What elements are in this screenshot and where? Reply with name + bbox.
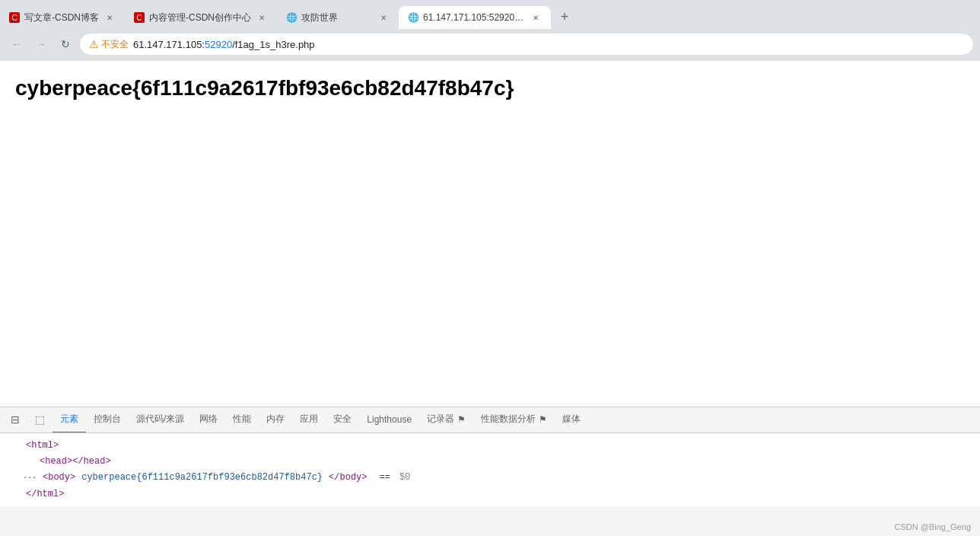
devtools-panel: ⊟ ⬚ 元素 控制台 源代码/来源 网络 性能 内存 应用 安全 Lightho xyxy=(0,407,980,536)
dt-tab-console-label: 控制台 xyxy=(94,413,121,426)
tab-bar: C 写文章-CSDN博客 ✕ C 内容管理-CSDN创作中心 ✕ 🌐 攻防世界 … xyxy=(0,0,980,29)
address-url: 61.147.171.105:52920/f1ag_1s_h3re.php xyxy=(133,39,964,50)
tab-1-favicon: C xyxy=(9,12,20,23)
responsive-icon: ⊟ xyxy=(11,413,20,426)
url-prefix: 61.147.171.105: xyxy=(133,39,205,50)
dt-tab-application[interactable]: 应用 xyxy=(292,407,326,433)
reload-button[interactable]: ↻ xyxy=(55,34,76,55)
dt-tab-source-label: 源代码/来源 xyxy=(136,413,184,426)
tab-4-close[interactable]: ✕ xyxy=(530,11,542,24)
forward-button[interactable]: → xyxy=(30,34,52,55)
body-content: cyberpeace{6f111c9a2617fbf93e6cb82d47f8b… xyxy=(81,471,323,485)
security-warning: ⚠ 不安全 xyxy=(89,38,129,51)
tab-4-favicon: 🌐 xyxy=(408,12,418,23)
dt-tab-inspect[interactable]: ⬚ xyxy=(27,407,52,433)
tab-1-close[interactable]: ✕ xyxy=(103,11,116,24)
dt-tab-recorder[interactable]: 记录器 ⚑ xyxy=(419,407,473,433)
dt-tab-media-label: 媒体 xyxy=(562,413,581,426)
perf-insights-icon: ⚑ xyxy=(539,414,547,425)
inspect-icon: ⬚ xyxy=(35,413,45,426)
dt-tab-network[interactable]: 网络 xyxy=(192,407,225,433)
svg-text:C: C xyxy=(136,14,142,22)
dt-tab-lighthouse[interactable]: Lighthouse xyxy=(359,407,419,433)
dt-tab-elements[interactable]: 元素 xyxy=(52,407,86,433)
tab-2[interactable]: C 内容管理-CSDN创作中心 ✕ xyxy=(125,6,277,29)
dt-tab-lighthouse-label: Lighthouse xyxy=(367,414,412,425)
tab-3-favicon: 🌐 xyxy=(286,12,297,23)
page-content: cyberpeace{6f111c9a2617fbf93e6cb82d47f8b… xyxy=(0,61,980,407)
back-button[interactable]: ← xyxy=(6,34,27,55)
dollar-sign: $0 xyxy=(399,471,410,485)
address-input-wrap[interactable]: ⚠ 不安全 61.147.171.105:52920/f1ag_1s_h3re.… xyxy=(79,33,974,56)
equals-sign: == xyxy=(380,471,390,485)
flag-text: cyberpeace{6f111c9a2617fbf93e6cb82d47f8b… xyxy=(15,76,965,100)
footer-watermark: CSDN @Bing_Geng xyxy=(895,522,971,531)
address-bar: ← → ↻ ⚠ 不安全 61.147.171.105:52920/f1ag_1s… xyxy=(0,29,980,61)
devtools-tab-bar: ⊟ ⬚ 元素 控制台 源代码/来源 网络 性能 内存 应用 安全 Lightho xyxy=(0,407,980,433)
tab-3[interactable]: 🌐 攻防世界 ✕ xyxy=(277,6,399,29)
dt-tab-console[interactable]: 控制台 xyxy=(86,407,129,433)
url-highlight: 52920 xyxy=(205,39,232,50)
dt-tab-security[interactable]: 安全 xyxy=(326,407,359,433)
tab-4[interactable]: 🌐 61.147.171.105:52920/f1ag_1s... ✕ xyxy=(399,6,551,29)
body-open-tag: <body> xyxy=(43,471,75,485)
dt-tab-elements-label: 元素 xyxy=(60,413,78,426)
dt-tab-perf-insights[interactable]: 性能数据分析 ⚑ xyxy=(473,407,555,433)
dt-tab-responsive[interactable]: ⊟ xyxy=(3,407,27,433)
dt-tab-perf-insights-label: 性能数据分析 xyxy=(481,413,536,426)
dt-tab-memory-label: 内存 xyxy=(266,413,285,426)
tab-3-close[interactable]: ✕ xyxy=(377,11,390,24)
dt-tab-memory[interactable]: 内存 xyxy=(259,407,292,433)
svg-text:C: C xyxy=(11,14,17,22)
tab-4-title: 61.147.171.105:52920/f1ag_1s... xyxy=(423,12,525,23)
dt-tab-recorder-label: 记录器 xyxy=(427,413,454,426)
tab-2-favicon: C xyxy=(134,12,145,23)
browser-chrome: C 写文章-CSDN博客 ✕ C 内容管理-CSDN创作中心 ✕ 🌐 攻防世界 … xyxy=(0,0,980,61)
recorder-icon: ⚑ xyxy=(457,414,466,425)
dt-tab-performance[interactable]: 性能 xyxy=(225,407,259,433)
code-line-2: <head></head> xyxy=(9,454,971,470)
tab-2-close[interactable]: ✕ xyxy=(256,11,268,24)
url-suffix: /f1ag_1s_h3re.php xyxy=(232,39,314,50)
html-open-tag: <html> xyxy=(26,439,59,453)
warning-icon: ⚠ xyxy=(89,38,99,50)
arrow-3: ··· xyxy=(23,472,33,484)
tab-1-title: 写文章-CSDN博客 xyxy=(24,11,99,24)
dt-tab-media[interactable]: 媒体 xyxy=(555,407,588,433)
tab-3-title: 攻防世界 xyxy=(301,11,373,24)
dt-tab-security-label: 安全 xyxy=(333,413,352,426)
dt-tab-network-label: 网络 xyxy=(199,413,218,426)
code-line-4: </html> xyxy=(9,487,971,502)
head-tag: <head></head> xyxy=(40,455,111,469)
dt-tab-performance-label: 性能 xyxy=(233,413,251,426)
tab-2-title: 内容管理-CSDN创作中心 xyxy=(149,11,251,24)
body-close-tag: </body> xyxy=(329,471,367,485)
code-line-3: ··· <body>cyberpeace{6f111c9a2617fbf93e6… xyxy=(9,470,971,486)
dt-tab-source[interactable]: 源代码/来源 xyxy=(129,407,192,433)
dt-tab-application-label: 应用 xyxy=(300,413,318,426)
watermark-text: CSDN @Bing_Geng xyxy=(895,522,971,531)
code-line-1: <html> xyxy=(9,438,971,454)
tab-1[interactable]: C 写文章-CSDN博客 ✕ xyxy=(0,6,125,29)
warning-text: 不安全 xyxy=(101,38,129,51)
new-tab-button[interactable]: + xyxy=(554,6,575,27)
devtools-content: <html> <head></head> ··· <body>cyberpeac… xyxy=(0,433,980,507)
html-close-tag: </html> xyxy=(26,487,64,502)
